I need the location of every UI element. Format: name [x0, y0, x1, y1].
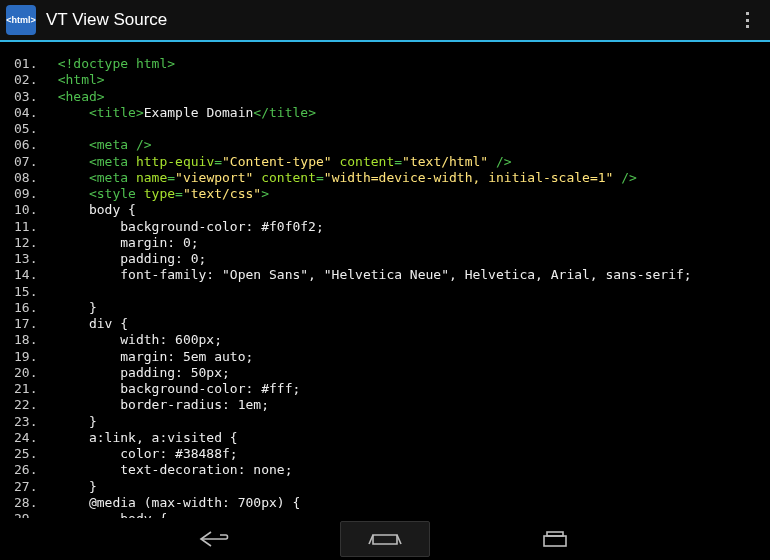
code-line: 12. margin: 0; [14, 235, 756, 251]
code-line: 04. <title>Example Domain</title> [14, 105, 756, 121]
code-line: 09. <style type="text/css"> [14, 186, 756, 202]
code-line: 10. body { [14, 202, 756, 218]
code-line: 18. width: 600px; [14, 332, 756, 348]
line-number: 10. [14, 202, 42, 218]
line-number: 24. [14, 430, 42, 446]
line-number: 09. [14, 186, 42, 202]
line-number: 29. [14, 511, 42, 518]
line-number: 12. [14, 235, 42, 251]
code-line: 28. @media (max-width: 700px) { [14, 495, 756, 511]
code-line: 27. } [14, 479, 756, 495]
line-number: 13. [14, 251, 42, 267]
app-icon: <html> [6, 5, 36, 35]
code-line: 19. margin: 5em auto; [14, 349, 756, 365]
code-line: 24. a:link, a:visited { [14, 430, 756, 446]
line-number: 11. [14, 219, 42, 235]
app-icon-label: <html> [6, 15, 36, 25]
code-line: 29. body { [14, 511, 756, 518]
overflow-menu-button[interactable] [734, 6, 762, 34]
recents-icon [540, 530, 570, 548]
code-line: 07. <meta http-equiv="Content-type" cont… [14, 154, 756, 170]
code-line: 15. [14, 284, 756, 300]
line-number: 06. [14, 137, 42, 153]
line-number: 16. [14, 300, 42, 316]
source-code-view[interactable]: 01. <!doctype html>02. <html>03. <head>0… [0, 42, 770, 518]
code-line: 08. <meta name="viewport" content="width… [14, 170, 756, 186]
home-icon [367, 530, 403, 548]
code-line: 14. font-family: "Open Sans", "Helvetica… [14, 267, 756, 283]
line-number: 22. [14, 397, 42, 413]
code-line: 25. color: #38488f; [14, 446, 756, 462]
action-bar: <html> VT View Source [0, 0, 770, 42]
code-line: 06. <meta /> [14, 137, 756, 153]
code-line: 11. background-color: #f0f0f2; [14, 219, 756, 235]
code-line: 13. padding: 0; [14, 251, 756, 267]
line-number: 08. [14, 170, 42, 186]
code-line: 01. <!doctype html> [14, 56, 756, 72]
line-number: 05. [14, 121, 42, 137]
code-line: 23. } [14, 414, 756, 430]
line-number: 04. [14, 105, 42, 121]
code-line: 26. text-decoration: none; [14, 462, 756, 478]
svg-rect-0 [544, 536, 566, 546]
line-number: 14. [14, 267, 42, 283]
line-number: 26. [14, 462, 42, 478]
line-number: 20. [14, 365, 42, 381]
line-number: 15. [14, 284, 42, 300]
line-number: 25. [14, 446, 42, 462]
line-number: 19. [14, 349, 42, 365]
overflow-icon [746, 12, 750, 28]
code-line: 22. border-radius: 1em; [14, 397, 756, 413]
line-number: 17. [14, 316, 42, 332]
line-number: 21. [14, 381, 42, 397]
code-line: 16. } [14, 300, 756, 316]
app-title: VT View Source [46, 10, 734, 30]
code-line: 03. <head> [14, 89, 756, 105]
code-line: 17. div { [14, 316, 756, 332]
code-line: 20. padding: 50px; [14, 365, 756, 381]
line-number: 18. [14, 332, 42, 348]
nav-back-button[interactable] [170, 521, 260, 557]
nav-home-button[interactable] [340, 521, 430, 557]
line-number: 03. [14, 89, 42, 105]
line-number: 01. [14, 56, 42, 72]
code-line: 05. [14, 121, 756, 137]
code-line: 21. background-color: #fff; [14, 381, 756, 397]
line-number: 28. [14, 495, 42, 511]
back-icon [198, 529, 232, 549]
line-number: 23. [14, 414, 42, 430]
svg-rect-1 [547, 532, 563, 536]
line-number: 27. [14, 479, 42, 495]
line-number: 02. [14, 72, 42, 88]
line-number: 07. [14, 154, 42, 170]
code-line: 02. <html> [14, 72, 756, 88]
system-nav-bar [0, 518, 770, 560]
nav-recents-button[interactable] [510, 521, 600, 557]
